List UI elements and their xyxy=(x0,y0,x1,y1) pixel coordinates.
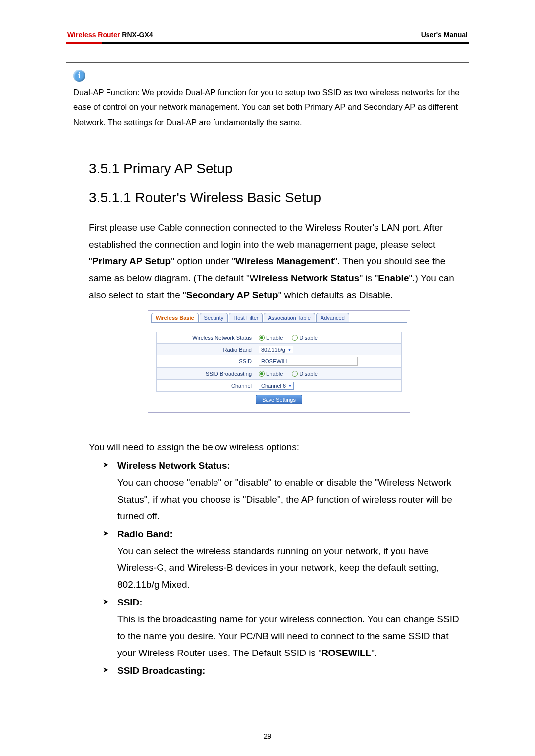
radio-ssidb-enable[interactable]: Enable xyxy=(259,371,283,377)
option-wns: Wireless Network Status: You can choose … xyxy=(89,457,469,525)
chevron-down-icon: ▾ xyxy=(289,383,291,388)
save-settings-button[interactable]: Save Settings xyxy=(256,395,302,404)
header-left: Wireless Router RNX-GX4 xyxy=(67,31,153,39)
product-model: RNX-GX4 xyxy=(122,31,153,39)
page-number: 29 xyxy=(0,732,535,740)
tab-association-table[interactable]: Association Table xyxy=(264,313,315,322)
option-title: Wireless Network Status: xyxy=(117,457,469,474)
option-body: This is the broadcasting name for your w… xyxy=(117,611,469,661)
info-icon: i xyxy=(73,70,85,82)
select-channel[interactable]: Channel 6▾ xyxy=(259,382,294,390)
radio-wns-enable[interactable]: Enable xyxy=(259,335,283,341)
row-channel: Channel Channel 6▾ xyxy=(156,380,402,392)
ui-panel: Wireless Network Status Enable Disable R… xyxy=(151,322,407,408)
select-radio-band[interactable]: 802.11b/g▾ xyxy=(259,346,293,353)
tab-wireless-basic[interactable]: Wireless Basic xyxy=(151,313,199,322)
label-ssid: SSID xyxy=(157,356,256,366)
ui-tabs: Wireless Basic Security Host Filter Asso… xyxy=(148,311,410,322)
radio-ssidb-disable[interactable]: Disable xyxy=(292,371,318,377)
input-ssid[interactable]: ROSEWILL xyxy=(259,357,358,366)
radio-on-icon xyxy=(259,335,265,341)
doc-header: Wireless Router RNX-GX4 User's Manual xyxy=(66,31,469,42)
tab-advanced[interactable]: Advanced xyxy=(316,313,349,322)
info-text: Dual-AP Function: We provide Dual-AP fun… xyxy=(73,85,462,130)
option-body: You can choose "enable" or "disable" to … xyxy=(117,474,469,525)
option-radio-band: Radio Band: You can select the wireless … xyxy=(89,526,469,593)
option-ssid-broadcasting: SSID Broadcasting: xyxy=(89,662,469,679)
label-wns: Wireless Network Status xyxy=(157,333,256,343)
header-rule xyxy=(66,42,469,44)
info-box: i Dual-AP Function: We provide Dual-AP f… xyxy=(66,62,469,137)
router-ui-figure: Wireless Basic Security Host Filter Asso… xyxy=(148,310,410,413)
chevron-down-icon: ▾ xyxy=(288,347,291,352)
intro-paragraph: First please use Cable connection connec… xyxy=(89,219,469,303)
label-channel: Channel xyxy=(157,381,256,391)
tab-host-filter[interactable]: Host Filter xyxy=(229,313,263,322)
radio-off-icon xyxy=(292,335,298,341)
label-ssid-broadcasting: SSID Broadcasting xyxy=(157,369,256,379)
radio-on-icon xyxy=(259,371,265,377)
option-body: You can select the wireless standards ru… xyxy=(117,543,469,593)
radio-off-icon xyxy=(292,371,298,377)
option-title: SSID Broadcasting: xyxy=(117,662,469,679)
options-list: Wireless Network Status: You can choose … xyxy=(89,457,469,679)
option-title: Radio Band: xyxy=(117,526,469,543)
radio-wns-disable[interactable]: Disable xyxy=(292,335,318,341)
heading-wireless-basic: 3.5.1.1 Router's Wireless Basic Setup xyxy=(89,190,469,205)
heading-primary-ap: 3.5.1 Primary AP Setup xyxy=(89,161,469,177)
option-title: SSID: xyxy=(117,594,469,611)
option-ssid: SSID: This is the broadcasting name for … xyxy=(89,594,469,661)
row-ssid-broadcasting: SSID Broadcasting Enable Disable xyxy=(156,368,402,380)
row-ssid: SSID ROSEWILL xyxy=(156,355,402,368)
row-radio-band: Radio Band 802.11b/g▾ xyxy=(156,344,402,355)
post-intro: You will need to assign the below wirele… xyxy=(89,439,469,455)
product-prefix: Wireless Router xyxy=(67,31,120,39)
header-right: User's Manual xyxy=(421,31,468,39)
label-radio-band: Radio Band xyxy=(157,345,256,354)
tab-security[interactable]: Security xyxy=(200,313,228,322)
row-wns: Wireless Network Status Enable Disable xyxy=(156,332,402,344)
